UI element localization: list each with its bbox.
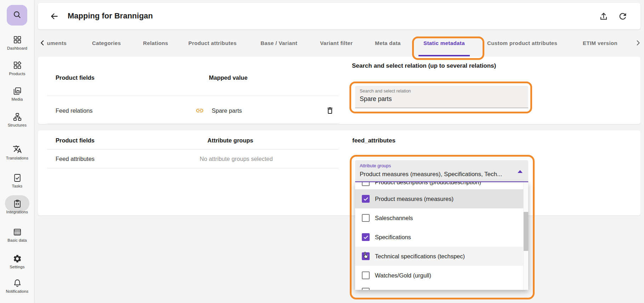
tab-variant-filter[interactable]: Variant filter: [320, 29, 353, 57]
feed-attributes-section: Product fields Attribute groups Feed att…: [38, 130, 640, 215]
sidebar-item-translations[interactable]: Translations: [0, 145, 34, 155]
dropdown-option-label: Saleschannels: [375, 215, 413, 221]
dropdown-scrollbar-thumb[interactable]: [524, 212, 528, 251]
divider: [47, 168, 339, 168]
dropdown-option-label: Product measures (measures): [375, 196, 454, 202]
divider: [47, 149, 339, 150]
sidebar-item-label: Products: [0, 72, 34, 76]
search-relation-input-value: Spare parts: [360, 95, 392, 103]
dropdown-option-specifications[interactable]: Specifications: [355, 228, 528, 247]
tab-relations[interactable]: Relations: [143, 29, 168, 57]
tab-bar: DocumentsCategoriesRelationsProduct attr…: [38, 29, 640, 57]
sidebar-item-tasks[interactable]: Tasks: [0, 173, 34, 184]
sidebar-item-products[interactable]: Products: [0, 61, 34, 71]
chevron-right-icon: [634, 42, 642, 48]
sidebar-item-label: Tasks: [0, 184, 34, 188]
integrations-icon: [13, 199, 22, 208]
checkbox-checked-icon[interactable]: [362, 195, 370, 203]
dropdown-option-item[interactable]: [355, 285, 528, 290]
checkbox-unchecked-icon[interactable]: [362, 214, 370, 222]
structures-icon: [13, 112, 22, 122]
tabs-scroll-left-button[interactable]: [39, 39, 46, 47]
dropdown-option-watches-gold-urgull[interactable]: Watches/Gold (urgull): [355, 266, 528, 285]
page-title: Mapping for Brannigan: [68, 11, 153, 21]
sidebar-item-label: Structures: [0, 123, 34, 127]
column-header-product-fields: Product fields: [56, 74, 95, 81]
feed-relations-section: Product fields Mapped value Feed relatio…: [38, 57, 640, 124]
chevron-left-icon: [39, 42, 46, 48]
sidebar-item-settings[interactable]: Settings: [0, 254, 34, 265]
tab-etim-version[interactable]: ETIM version: [583, 29, 617, 57]
sidebar-item-label: Settings: [0, 265, 34, 269]
link-icon: [195, 106, 204, 115]
sidebar-item-label: Media: [0, 97, 34, 101]
delete-relation-button[interactable]: [326, 106, 334, 115]
row-value-spare-parts: Spare parts: [212, 107, 242, 114]
checkbox-unchecked-icon[interactable]: [362, 271, 370, 279]
column-header-mapped-value: Mapped value: [209, 74, 247, 81]
search-relation-input-label: Search and select relation: [360, 89, 411, 94]
sidebar-item-label: Integrations: [0, 210, 34, 214]
settings-icon: [13, 254, 22, 263]
refresh-icon: [618, 16, 628, 22]
tab-custom-product-attributes[interactable]: Custom product attributes: [487, 29, 557, 57]
products-icon: [13, 61, 22, 70]
checkbox-unchecked-icon[interactable]: [362, 288, 370, 290]
tab-categories[interactable]: Categories: [92, 29, 121, 57]
sidebar-item-basic-data[interactable]: Basic data: [0, 228, 34, 238]
app-root: Dashboard Products Media Structures Tran…: [0, 0, 644, 303]
caret-up-icon: [518, 170, 523, 173]
sidebar-item-structures[interactable]: Structures: [0, 112, 34, 123]
tab-documents[interactable]: Documents: [47, 29, 78, 57]
sidebar-item-notifications[interactable]: Notifications: [0, 279, 34, 289]
attribute-groups-dropdown-menu: Product descriptions (productdescription…: [355, 182, 528, 290]
notifications-icon: [13, 279, 22, 288]
dropdown-option-product-measures-measures[interactable]: Product measures (measures): [355, 189, 528, 208]
search-relation-input[interactable]: Search and select relation Spare parts: [355, 86, 528, 108]
sidebar-item-label: Translations: [0, 156, 34, 160]
column-header-attribute-groups: Attribute groups: [207, 137, 253, 144]
row-value-no-attribute-groups: No attribute groups selected: [200, 156, 273, 162]
attribute-groups-select[interactable]: Attribute groups Product measures (measu…: [355, 160, 528, 182]
feed-attributes-panel-title: feed_attributes: [352, 137, 395, 144]
sidebar: Dashboard Products Media Structures Tran…: [0, 0, 34, 303]
checkbox-checked-icon[interactable]: [362, 252, 370, 260]
tab-base-variant[interactable]: Base / Variant: [261, 29, 297, 57]
trash-icon: [326, 110, 334, 116]
dropdown-option-label: Watches/Gold (urgull): [375, 272, 431, 279]
tab-clip-container: Documents: [47, 29, 78, 57]
tab-meta-data[interactable]: Meta data: [375, 29, 401, 57]
basic-data-icon: [13, 228, 22, 237]
media-icon: [13, 86, 22, 96]
divider: [47, 123, 339, 124]
sidebar-item-label: Dashboard: [0, 46, 34, 50]
tabs-scroll-right-button[interactable]: [634, 39, 642, 47]
divider: [47, 96, 339, 96]
dropdown-option-technical-specifications-techspec[interactable]: Technical specifications (techspec): [355, 247, 528, 266]
sidebar-item-integrations[interactable]: Integrations: [0, 199, 34, 210]
attribute-groups-select-value: Product measures (measures), Specificati…: [360, 171, 515, 178]
sidebar-item-label: Basic data: [0, 238, 34, 242]
dropdown-option-saleschannels[interactable]: Saleschannels: [355, 208, 528, 228]
attribute-groups-select-label: Attribute groups: [360, 163, 391, 168]
back-arrow-icon: [49, 17, 60, 23]
refresh-button[interactable]: [618, 11, 628, 21]
translations-icon: [13, 145, 22, 154]
tab-product-attributes[interactable]: Product attributes: [188, 29, 236, 57]
tasks-icon: [13, 173, 22, 183]
sidebar-search-button[interactable]: [7, 5, 27, 26]
dropdown-option-product-descriptions-productdescription[interactable]: Product descriptions (productdescription…: [355, 182, 528, 189]
relation-panel-title: Search and select relation (up to severa…: [352, 62, 496, 69]
dropdown-option-label: Specifications: [375, 234, 411, 241]
sidebar-item-dashboard[interactable]: Dashboard: [0, 35, 34, 46]
tab-static-metadata[interactable]: Static metadata: [423, 29, 465, 57]
dropdown-option-label: Technical specifications (techspec): [375, 253, 465, 260]
row-field-feed-relations: Feed relations: [56, 107, 93, 114]
back-button[interactable]: [49, 11, 60, 22]
checkbox-unchecked-icon[interactable]: [362, 182, 370, 186]
sidebar-item-label: Notifications: [0, 289, 34, 293]
row-field-feed-attributes: Feed attributes: [56, 156, 95, 162]
upload-button[interactable]: [599, 11, 609, 21]
checkbox-checked-icon[interactable]: [362, 233, 370, 241]
sidebar-item-media[interactable]: Media: [0, 86, 34, 97]
